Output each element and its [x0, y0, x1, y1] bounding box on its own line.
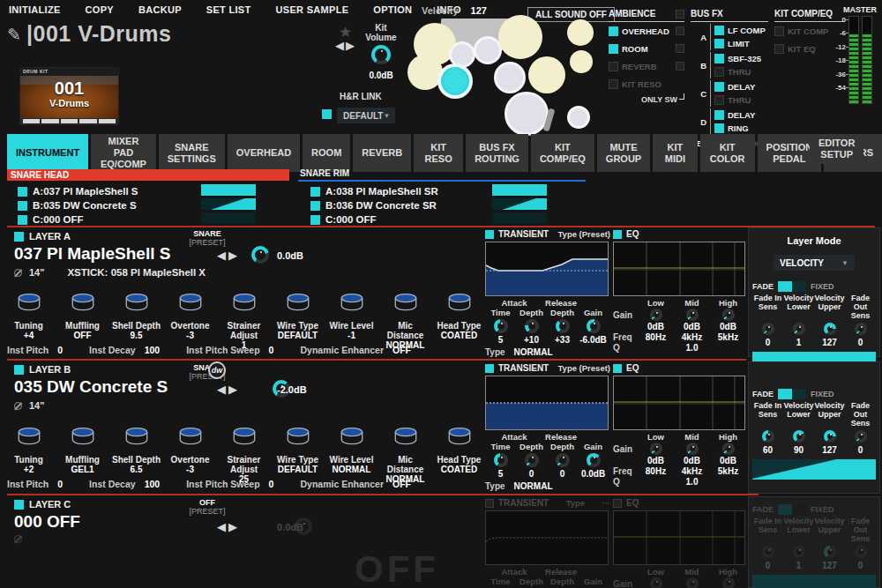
eq-mid-gain-knob[interactable] [686, 309, 699, 321]
velocity-lower-knob[interactable] [793, 323, 805, 335]
param-item[interactable]: Wire Type DEFAULT [271, 291, 325, 350]
eq-low-gain-knob[interactable] [650, 577, 662, 588]
busfx-item-checkbox[interactable] [714, 123, 724, 133]
layer-list-item[interactable]: B:036 DW Concrete SR [310, 198, 438, 212]
menu-item[interactable]: SET LIST [206, 4, 251, 15]
menu-item[interactable]: USER SAMPLE [276, 4, 349, 15]
transient-checkbox[interactable] [485, 364, 494, 373]
fade-fixed-toggle[interactable] [778, 389, 806, 399]
editor-setup-button[interactable]: EDITOR SETUP [810, 134, 863, 164]
layer-b-inst-name[interactable]: 035 DW Concrete S [14, 377, 168, 397]
layer-mode-dropdown[interactable]: VELOCITY▼ [774, 255, 855, 271]
tom3-pad[interactable] [494, 62, 526, 93]
ambience-ext-checkbox[interactable] [676, 10, 684, 19]
velocity-upper-knob[interactable] [824, 430, 836, 443]
param-item[interactable]: Head Type COATED [432, 425, 486, 484]
eq-high-gain-knob[interactable] [722, 577, 735, 588]
layer-list-item[interactable]: C:000 OFF [310, 212, 438, 227]
layer-a-volume-knob[interactable] [251, 246, 269, 264]
tab[interactable]: MUTE GROUP [597, 134, 650, 172]
transient-checkbox[interactable] [485, 499, 494, 508]
layer-checkbox[interactable] [310, 187, 320, 197]
edit-pencil-icon[interactable]: ✎ [7, 25, 21, 45]
busfx-item-checkbox[interactable] [714, 95, 724, 105]
busfx-item-checkbox[interactable] [714, 82, 724, 92]
attack-depth-knob[interactable] [525, 453, 539, 467]
param-item[interactable]: Tuning +2 [2, 425, 56, 484]
layer-a-checkbox[interactable] [14, 232, 24, 242]
param-item[interactable]: Overtone -3 [163, 425, 217, 484]
kit-comp-eq-checkbox[interactable] [774, 26, 784, 36]
ambience-item-checkbox[interactable] [609, 26, 618, 36]
attack-time-knob[interactable] [494, 453, 508, 467]
layer-c-inst-name[interactable]: 000 OFF [14, 512, 80, 532]
tab[interactable]: ROOM [303, 134, 350, 172]
fade-in-sens-knob[interactable] [762, 546, 774, 558]
eq-high-gain-knob[interactable] [722, 309, 735, 321]
param-item[interactable]: Wire Level -1 [325, 291, 378, 350]
transient-type-label[interactable]: Type (Preset) [558, 363, 610, 373]
param-item[interactable]: Shell Depth 6.5 [109, 425, 163, 484]
layer-list-item[interactable]: C:000 OFF [18, 212, 138, 227]
layer-list-item[interactable]: B:035 DW Concrete S [18, 198, 138, 212]
transient-checkbox[interactable] [485, 230, 494, 239]
layer-checkbox[interactable] [310, 215, 320, 225]
eq-high-gain-knob[interactable] [722, 443, 735, 455]
tab[interactable]: KIT COLOR [700, 134, 755, 172]
param-item[interactable]: Head Type COATED [432, 291, 486, 350]
layer-c-inst-arrows[interactable]: ◀▶ [217, 520, 240, 533]
transient-type-label[interactable]: Type (Preset) [558, 229, 610, 239]
kit-prev-next-arrows[interactable]: ◀▶ [335, 39, 356, 52]
param-item[interactable]: Strainer Adjust 25 [217, 425, 271, 484]
velocity-lower-knob[interactable] [793, 430, 805, 443]
busfx-item-checkbox[interactable] [714, 54, 724, 63]
param-item[interactable]: Wire Type DEFAULT [271, 425, 325, 484]
layer-a-inst-name[interactable]: 037 Pl MapleShell S [14, 244, 206, 264]
layer-checkbox[interactable] [18, 187, 27, 197]
inst-row-item[interactable]: Inst Decay100 [89, 479, 160, 489]
layer-a-inst-arrows[interactable]: ◀▶ [217, 249, 240, 262]
crash2-pad[interactable] [498, 15, 542, 59]
tab[interactable]: BUS FX ROUTING [466, 134, 528, 172]
tab[interactable]: KIT MIDI [653, 134, 697, 172]
transient-gain-knob[interactable] [587, 453, 601, 467]
fade-in-sens-knob[interactable] [762, 323, 774, 335]
inst-row-item[interactable]: Dynamic EnhancerOFF [300, 345, 411, 355]
fade-out-sens-knob[interactable] [855, 430, 867, 443]
splash1-pad[interactable] [567, 19, 594, 46]
eq-low-gain-knob[interactable] [650, 443, 662, 455]
tab[interactable]: KIT RESO [414, 134, 463, 172]
param-item[interactable]: Strainer Adjust 1 [217, 291, 271, 350]
ambience-item-checkbox[interactable] [609, 62, 618, 71]
param-item[interactable]: Mic Distance NORMAL [378, 425, 432, 484]
inst-row-item[interactable]: Inst Pitch Sweep0 [186, 345, 273, 355]
inst-row-item[interactable]: Inst Pitch0 [7, 345, 63, 355]
ambience-item-ext-checkbox[interactable] [676, 26, 684, 35]
tab[interactable]: REVERB [353, 134, 411, 172]
eq-low-gain-knob[interactable] [650, 309, 662, 321]
attack-depth-knob[interactable] [525, 319, 539, 333]
fade-out-sens-knob[interactable] [855, 323, 867, 335]
release-depth-knob[interactable] [556, 319, 570, 333]
velocity-lower-knob[interactable] [793, 546, 805, 558]
menu-item[interactable]: BACKUP [138, 4, 182, 15]
hr-link-checkbox[interactable] [322, 109, 332, 119]
layer-list-item[interactable]: A:038 Pl MapleShell SR [310, 184, 438, 198]
fade-out-sens-knob[interactable] [855, 546, 867, 558]
param-item[interactable]: Muffling GEL1 [56, 425, 109, 484]
release-depth-knob[interactable] [556, 453, 570, 467]
tab[interactable]: SNARE SETTINGS [159, 134, 225, 172]
ambience-item-checkbox[interactable] [609, 79, 618, 89]
param-item[interactable]: Muffling OFF [56, 291, 109, 350]
velocity-upper-knob[interactable] [824, 323, 836, 335]
ambience-item-checkbox[interactable] [609, 44, 618, 54]
eq-mid-gain-knob[interactable] [686, 443, 699, 455]
param-item[interactable]: Wire Level NORMAL [325, 425, 378, 484]
inst-row-item[interactable]: Inst Decay100 [89, 345, 160, 355]
kit-name[interactable]: |001 V-Drums [26, 21, 171, 47]
tom2-pad[interactable] [474, 36, 502, 64]
layer-b-checkbox[interactable] [14, 365, 24, 375]
attack-time-knob[interactable] [494, 319, 508, 333]
busfx-item-checkbox[interactable] [714, 26, 724, 35]
layer-b-inst-arrows[interactable]: ◀▶ [217, 383, 240, 396]
